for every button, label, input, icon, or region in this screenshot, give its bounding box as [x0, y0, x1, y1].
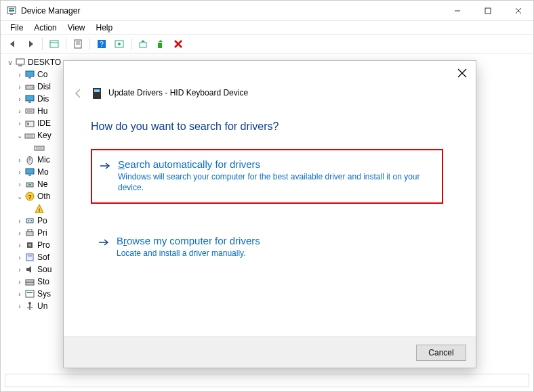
properties-button[interactable]	[70, 37, 86, 51]
tree-item-label: Pri	[37, 228, 47, 238]
titlebar: Device Manager	[1, 1, 533, 21]
close-button[interactable]	[503, 1, 533, 20]
dialog-title: Update Drivers - HID Keyboard Device	[108, 88, 248, 97]
network-icon	[24, 179, 35, 190]
tree-item[interactable]: ›Pro	[6, 239, 67, 251]
expander-icon[interactable]: ›	[16, 95, 24, 103]
svg-rect-5	[485, 8, 491, 14]
forward-button[interactable]	[22, 37, 39, 51]
arrow-right-icon	[99, 160, 111, 175]
svg-rect-36	[35, 146, 44, 150]
tree-item-label: Hu	[37, 106, 47, 116]
toolbar-separator	[66, 38, 66, 50]
driver-option-1[interactable]: Browse my computer for driversLocate and…	[91, 227, 443, 268]
disable-button[interactable]	[170, 37, 186, 51]
svg-rect-57	[26, 280, 34, 282]
expander-icon[interactable]: ›	[16, 83, 24, 91]
tree-item[interactable]: ›Disl	[6, 81, 67, 93]
tree-item[interactable]	[6, 141, 67, 154]
update-driver-button[interactable]	[135, 37, 151, 51]
tree-item[interactable]: ›Un	[6, 300, 67, 312]
expander-icon[interactable]: ›	[16, 108, 24, 115]
expander-icon[interactable]: ›	[16, 242, 24, 249]
maximize-button[interactable]	[472, 1, 503, 20]
expander-icon[interactable]: ›	[16, 71, 24, 79]
tree-item[interactable]: ›Mo	[6, 166, 67, 178]
show-hidden-button[interactable]	[46, 37, 62, 51]
disk-icon	[24, 81, 35, 92]
help-button[interactable]: ?	[94, 37, 110, 51]
monitor-icon	[24, 69, 35, 80]
tree-item[interactable]: ›Hu	[6, 105, 67, 117]
svg-rect-17	[140, 43, 146, 47]
tree-item-label: Mic	[37, 155, 50, 165]
svg-point-50	[30, 220, 32, 221]
tree-item[interactable]: ›Ne	[6, 178, 67, 190]
svg-rect-2	[9, 10, 14, 12]
storage-icon	[24, 276, 35, 287]
driver-option-0[interactable]: Search automatically for driversWindows …	[91, 149, 443, 204]
tree-item[interactable]: ›Sys	[6, 288, 67, 300]
tree-item[interactable]: ›IDE	[6, 117, 67, 129]
tree-item[interactable]: ›Sof	[6, 251, 67, 263]
svg-rect-55	[26, 254, 33, 261]
dialog-close-button[interactable]	[457, 68, 468, 79]
tree-item[interactable]: ⌄Key	[6, 129, 67, 141]
menu-view[interactable]: View	[62, 22, 91, 34]
expander-icon[interactable]: ›	[16, 278, 24, 286]
expander-icon[interactable]: ›	[16, 290, 24, 298]
expander-icon[interactable]: ›	[16, 266, 24, 274]
menu-action[interactable]: Action	[28, 22, 62, 34]
cpu-icon	[24, 240, 35, 251]
tree-item[interactable]: !	[6, 202, 67, 215]
expander-icon[interactable]: ›	[16, 217, 24, 225]
tree-item-label: Sys	[37, 289, 51, 299]
port-icon	[24, 215, 35, 226]
svg-rect-41	[26, 169, 34, 174]
expander-icon[interactable]: ›	[16, 169, 24, 176]
tree-item[interactable]: ›Po	[6, 215, 67, 227]
dialog-back-button[interactable]	[73, 88, 84, 99]
expander-icon[interactable]: ›	[16, 120, 24, 127]
tree-item[interactable]: ⌄?Oth	[6, 190, 67, 202]
cancel-button[interactable]: Cancel	[416, 345, 466, 361]
menu-file[interactable]: File	[5, 22, 28, 34]
tree-item[interactable]: ›Co	[6, 68, 67, 81]
expander-icon[interactable]: ›	[16, 156, 24, 164]
system-icon	[24, 288, 35, 299]
device-tree[interactable]: v DESKTO ›Co›Disl›Dis›Hu›IDE⌄Key›Mic›Mo›…	[6, 56, 67, 374]
svg-text:?: ?	[100, 41, 104, 48]
mouse-icon	[24, 154, 35, 165]
keyboard-icon	[24, 130, 35, 141]
svg-point-61	[28, 302, 31, 305]
hid-icon	[24, 106, 35, 116]
expander-icon[interactable]: ›	[16, 181, 24, 188]
option-desc: Locate and install a driver manually.	[117, 248, 432, 259]
tree-item[interactable]: ›Pri	[6, 227, 67, 239]
toolbar-separator	[131, 38, 131, 50]
expander-icon[interactable]: ›	[16, 303, 24, 310]
back-button[interactable]	[5, 37, 21, 51]
tree-item[interactable]: ›Sto	[6, 276, 67, 288]
app-icon	[6, 5, 17, 16]
scan-hardware-button[interactable]	[111, 37, 127, 51]
tree-item[interactable]: ›Dis	[6, 93, 67, 105]
expander-icon[interactable]: ›	[16, 254, 24, 261]
toolbar: ?	[1, 35, 533, 53]
expander-icon[interactable]: ⌄	[16, 132, 24, 139]
uninstall-button[interactable]	[152, 37, 169, 51]
svg-point-26	[32, 87, 33, 88]
minimize-button[interactable]	[442, 1, 472, 20]
svg-rect-54	[28, 244, 31, 246]
printer-icon	[24, 227, 35, 238]
tree-item[interactable]: ›Mic	[6, 154, 67, 166]
svg-text:!: !	[39, 207, 40, 213]
svg-rect-24	[28, 77, 31, 79]
other-icon: ?	[24, 191, 35, 202]
expander-icon[interactable]: v	[6, 59, 14, 66]
expander-icon[interactable]: ›	[16, 230, 24, 237]
expander-icon[interactable]: ⌄	[16, 193, 24, 200]
tree-root[interactable]: v DESKTO	[6, 56, 67, 68]
menu-help[interactable]: Help	[91, 22, 119, 34]
tree-item[interactable]: ›Sou	[6, 263, 67, 276]
